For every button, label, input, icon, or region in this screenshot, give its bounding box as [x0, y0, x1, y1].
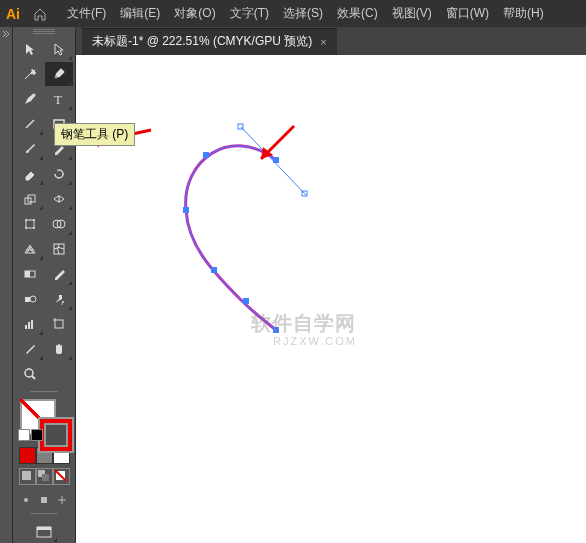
symbol-sprayer-tool[interactable]	[45, 287, 73, 311]
eraser-tool[interactable]	[16, 162, 44, 186]
slice-tool[interactable]	[16, 337, 44, 361]
screen-mode-2-icon[interactable]	[35, 491, 53, 509]
artwork-path[interactable]	[76, 55, 586, 543]
curvature-tool[interactable]	[16, 87, 44, 111]
width-tool[interactable]	[45, 187, 73, 211]
watermark-url: RJZXW.COM	[273, 335, 357, 347]
svg-rect-15	[25, 271, 35, 277]
draw-mode-row	[19, 468, 70, 485]
svg-point-0	[32, 94, 35, 97]
gradient-tool[interactable]	[16, 262, 44, 286]
mesh-tool[interactable]	[45, 237, 73, 261]
tab-label: 未标题-1* @ 222.51% (CMYK/GPU 预览)	[92, 33, 312, 50]
svg-rect-32	[56, 471, 65, 480]
rotate-tool[interactable]	[45, 162, 73, 186]
svg-rect-23	[31, 320, 33, 329]
eyedropper-tool[interactable]	[45, 262, 73, 286]
draw-normal[interactable]	[19, 468, 36, 485]
scale-tool[interactable]	[16, 187, 44, 211]
column-graph-tool[interactable]	[16, 312, 44, 336]
separator	[18, 386, 70, 396]
screen-mode-toggle[interactable]	[30, 521, 58, 543]
document-tab[interactable]: 未标题-1* @ 222.51% (CMYK/GPU 预览) ×	[82, 28, 337, 55]
draw-inside[interactable]	[53, 468, 70, 485]
menu-type[interactable]: 文字(T)	[223, 0, 276, 27]
line-tool[interactable]	[16, 112, 44, 136]
home-icon[interactable]	[26, 0, 54, 27]
swap-fill-stroke[interactable]	[18, 429, 43, 441]
paintbrush-tool[interactable]	[16, 137, 44, 161]
svg-rect-29	[22, 471, 31, 480]
svg-rect-22	[28, 322, 30, 329]
svg-point-13	[57, 220, 65, 228]
svg-point-12	[53, 220, 61, 228]
svg-point-9	[33, 219, 35, 221]
menu-object[interactable]: 对象(O)	[167, 0, 222, 27]
direct-selection-tool[interactable]	[45, 37, 73, 61]
fill-stroke-indicator[interactable]	[16, 399, 72, 441]
menu-help[interactable]: 帮助(H)	[496, 0, 551, 27]
selection-tool[interactable]	[16, 37, 44, 61]
svg-rect-24	[55, 320, 63, 328]
menu-effect[interactable]: 效果(C)	[330, 0, 385, 27]
handle-point[interactable]	[238, 124, 243, 129]
panel-grip[interactable]	[24, 29, 64, 35]
canvas[interactable]: 软件自学网 RJZXW.COM	[76, 55, 586, 543]
menu-view[interactable]: 视图(V)	[385, 0, 439, 27]
swatch-red[interactable]	[19, 447, 36, 464]
svg-point-34	[24, 498, 28, 502]
svg-point-27	[25, 369, 33, 377]
free-transform-tool[interactable]	[16, 212, 44, 236]
perspective-grid-tool[interactable]	[16, 237, 44, 261]
svg-rect-21	[25, 325, 27, 329]
screen-mode-3-icon[interactable]	[53, 491, 71, 509]
svg-point-8	[25, 219, 27, 221]
anchor-point[interactable]	[273, 157, 279, 163]
svg-rect-4	[25, 198, 31, 204]
svg-rect-31	[42, 474, 49, 481]
blend-tool[interactable]	[16, 287, 44, 311]
svg-rect-30	[38, 470, 45, 477]
watermark: 软件自学网	[251, 310, 356, 337]
anchor-point[interactable]	[211, 267, 217, 273]
menu-file[interactable]: 文件(F)	[60, 0, 113, 27]
svg-point-11	[33, 227, 35, 229]
svg-line-2	[26, 120, 34, 128]
anchor-point[interactable]	[183, 207, 189, 213]
control-bar	[0, 27, 13, 543]
svg-line-28	[32, 376, 35, 379]
hand-tool[interactable]	[45, 337, 73, 361]
svg-point-10	[25, 227, 27, 229]
artboard-tool[interactable]	[45, 312, 73, 336]
menu-bar: 文件(F) 编辑(E) 对象(O) 文字(T) 选择(S) 效果(C) 视图(V…	[60, 0, 551, 27]
svg-rect-16	[25, 271, 30, 277]
anchor-point[interactable]	[203, 152, 209, 158]
menu-edit[interactable]: 编辑(E)	[113, 0, 167, 27]
svg-rect-17	[25, 297, 30, 302]
menu-window[interactable]: 窗口(W)	[439, 0, 496, 27]
pen-tool[interactable]	[45, 62, 73, 86]
svg-rect-36	[37, 527, 51, 537]
collapse-icon[interactable]	[0, 29, 12, 39]
svg-rect-37	[37, 527, 51, 530]
tooltip: 钢笔工具 (P)	[54, 123, 135, 146]
svg-point-18	[30, 296, 36, 302]
svg-line-33	[55, 470, 66, 481]
screen-mode-1-icon[interactable]	[17, 491, 35, 509]
zoom-tool[interactable]	[16, 362, 44, 386]
shape-builder-tool[interactable]	[45, 212, 73, 236]
draw-behind[interactable]	[36, 468, 53, 485]
app-logo: Ai	[0, 0, 26, 27]
type-tool[interactable]: T	[45, 87, 73, 111]
svg-rect-14	[54, 244, 64, 254]
titlebar: Ai 文件(F) 编辑(E) 对象(O) 文字(T) 选择(S) 效果(C) 视…	[0, 0, 586, 27]
anchor-point[interactable]	[243, 298, 249, 304]
document-tabs: 未标题-1* @ 222.51% (CMYK/GPU 预览) ×	[76, 27, 586, 55]
close-icon[interactable]: ×	[320, 36, 326, 48]
svg-rect-5	[28, 195, 35, 202]
menu-select[interactable]: 选择(S)	[276, 0, 330, 27]
separator-2	[18, 509, 70, 519]
handle-point[interactable]	[302, 191, 307, 196]
svg-rect-35	[41, 497, 47, 503]
magic-wand-tool[interactable]	[16, 62, 44, 86]
